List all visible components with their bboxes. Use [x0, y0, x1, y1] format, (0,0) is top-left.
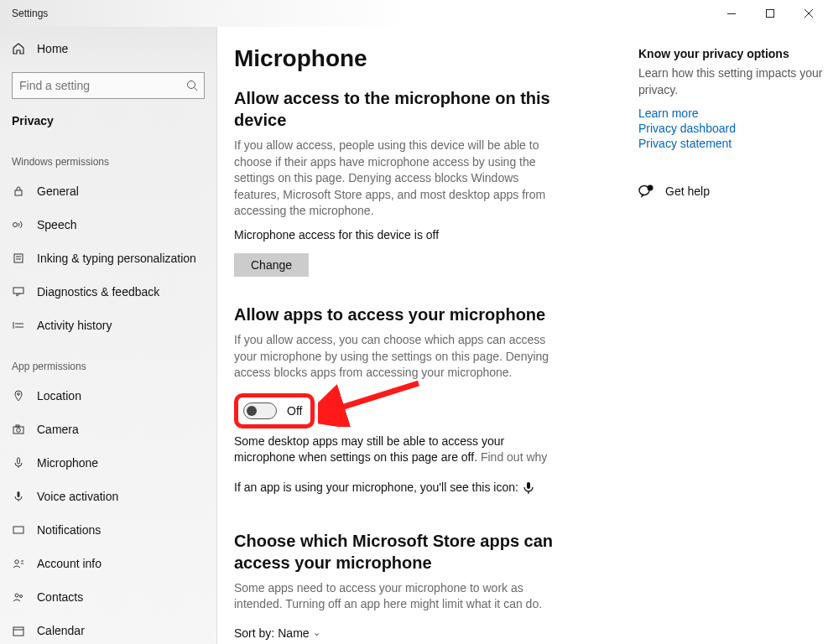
nav-speech[interactable]: Speech [0, 208, 216, 242]
svg-rect-20 [18, 491, 20, 497]
svg-point-26 [20, 595, 23, 598]
account-icon [12, 557, 25, 570]
nav-location[interactable]: Location [0, 379, 216, 413]
section-allow-apps: Allow apps to access your microphone [234, 304, 586, 325]
svg-rect-1 [767, 10, 774, 18]
annotation-arrow-icon [318, 377, 427, 427]
close-button[interactable] [789, 0, 828, 27]
svg-point-4 [188, 81, 195, 89]
apps-access-toggle[interactable] [243, 402, 277, 419]
window-controls [712, 0, 828, 27]
change-button[interactable]: Change [234, 253, 309, 277]
nav-label: Contacts [37, 590, 83, 604]
nav-label: Voice activation [37, 490, 118, 503]
content-area: Microphone Allow access to the microphon… [217, 27, 828, 644]
nav-label: Speech [37, 218, 76, 231]
svg-line-30 [333, 383, 419, 410]
get-help-row[interactable]: Get help [638, 184, 823, 199]
svg-rect-18 [16, 425, 19, 427]
nav-label: Activity history [37, 319, 112, 332]
link-privacy-statement[interactable]: Privacy statement [638, 137, 823, 150]
window-title: Settings [0, 8, 48, 19]
contacts-icon [12, 590, 25, 604]
svg-point-37 [648, 185, 654, 191]
help-icon [638, 184, 654, 199]
section3-desc: Some apps need to access your microphone… [234, 580, 553, 613]
calendar-icon [12, 624, 25, 637]
svg-rect-21 [13, 527, 23, 533]
speech-icon [12, 218, 25, 231]
link-privacy-dashboard[interactable]: Privacy dashboard [638, 122, 823, 135]
sidebar: Home Privacy Windows permissions General… [0, 27, 217, 644]
nav-contacts[interactable]: Contacts [0, 580, 216, 614]
nav-notifications[interactable]: Notifications [0, 513, 216, 547]
section1-desc: If you allow access, people using this d… [234, 138, 553, 220]
maximize-button[interactable] [751, 0, 789, 27]
nav-label: Microphone [37, 456, 98, 470]
nav-label: Account info [37, 557, 102, 570]
find-out-why-link[interactable]: Find out why [481, 450, 547, 464]
nav-inking[interactable]: Inking & typing personalization [0, 242, 216, 275]
svg-rect-27 [13, 627, 23, 636]
history-icon [12, 319, 25, 332]
section2-desc: If you allow access, you can choose whic… [234, 332, 553, 382]
get-help-label: Get help [665, 184, 710, 198]
svg-point-7 [13, 223, 18, 227]
camera-icon [12, 423, 25, 436]
minimize-button[interactable] [712, 0, 751, 27]
nav-label: Calendar [37, 624, 85, 637]
device-access-status: Microphone access for this device is off [234, 228, 586, 242]
nav-general[interactable]: General [0, 174, 216, 208]
mic-in-use-note: If an app is using your microphone, you'… [234, 480, 553, 496]
group-app-permissions: App permissions [0, 342, 216, 379]
svg-point-22 [15, 560, 18, 564]
search-icon [186, 80, 198, 91]
nav-activity-history[interactable]: Activity history [0, 309, 216, 342]
link-learn-more[interactable]: Learn more [638, 106, 823, 120]
desktop-apps-note: Some desktop apps may still be able to a… [234, 434, 553, 466]
nav-label: Notifications [37, 523, 101, 537]
annotation-highlight-box: Off [234, 393, 315, 428]
location-icon [12, 389, 25, 402]
search-input[interactable] [12, 72, 205, 99]
nav-label: Location [37, 389, 81, 402]
info-panel: Know your privacy options Learn how this… [638, 47, 823, 199]
home-label: Home [37, 42, 68, 55]
svg-rect-0 [727, 13, 736, 14]
info-heading: Know your privacy options [638, 47, 823, 60]
microphone-icon [12, 456, 25, 470]
section-choose-apps: Choose which Microsoft Store apps can ac… [234, 530, 586, 574]
home-icon [12, 42, 25, 55]
lock-icon [12, 184, 25, 198]
nav-voice-activation[interactable]: Voice activation [0, 480, 216, 513]
svg-rect-6 [15, 190, 22, 195]
svg-point-17 [17, 428, 21, 433]
voice-icon [12, 490, 25, 503]
nav-diagnostics[interactable]: Diagnostics & feedback [0, 275, 216, 309]
svg-point-15 [18, 393, 20, 396]
titlebar: Settings [0, 0, 828, 27]
svg-rect-8 [14, 254, 23, 262]
home-nav[interactable]: Home [0, 32, 216, 65]
nav-label: Inking & typing personalization [37, 252, 196, 265]
svg-rect-19 [18, 458, 20, 464]
nav-account-info[interactable]: Account info [0, 547, 216, 580]
feedback-icon [12, 285, 25, 299]
info-desc: Learn how this setting impacts your priv… [638, 65, 823, 98]
chevron-down-icon: ⌄ [313, 627, 320, 638]
page-title: Microphone [234, 45, 586, 72]
notifications-icon [12, 523, 25, 537]
inking-icon [12, 252, 25, 265]
group-windows-permissions: Windows permissions [0, 138, 216, 174]
svg-rect-31 [527, 482, 530, 489]
nav-calendar[interactable]: Calendar [0, 614, 216, 644]
microphone-in-use-icon [523, 482, 534, 494]
sort-dropdown[interactable]: Sort by: Name ⌄ [234, 626, 586, 640]
nav-microphone[interactable]: Microphone [0, 446, 216, 480]
toggle-state-label: Off [287, 404, 302, 418]
nav-camera[interactable]: Camera [0, 413, 216, 446]
nav-label: General [37, 184, 79, 198]
svg-point-25 [15, 594, 18, 597]
svg-rect-11 [13, 288, 23, 293]
svg-line-5 [195, 88, 198, 91]
